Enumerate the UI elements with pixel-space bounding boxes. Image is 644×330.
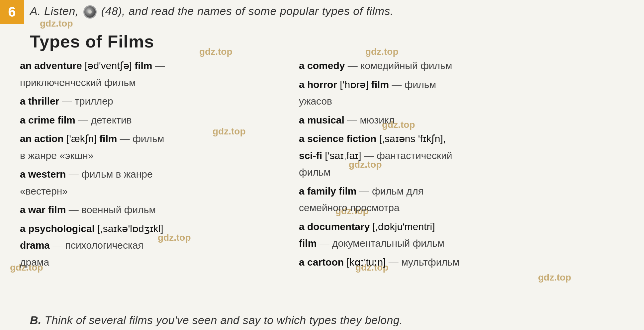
vocab-item-psych-line3: драма — [20, 255, 279, 270]
page: 6 A. Listen, (48), and read the names of… — [0, 0, 644, 330]
vocab-item-western-line2: «вестерн» — [20, 184, 279, 199]
comedy-dash: — — [345, 60, 357, 71]
horror-rus2: ужасов — [299, 96, 332, 107]
vocab-item-crime-line1: a crime film — детектив — [20, 113, 279, 128]
psych-rus2: драма — [20, 257, 49, 268]
thriller-dash: — — [59, 96, 72, 107]
vocab-item-comedy: a comedy — комедийный фильм — [299, 58, 637, 74]
action-transcription: ['ækʃn] — [64, 133, 97, 144]
vocab-item-crime: a crime film — детектив — [20, 113, 279, 128]
vocab-item-horror-line2: ужасов — [299, 94, 637, 109]
thriller-rus: триллер — [72, 96, 113, 107]
action-dash: — — [117, 133, 130, 144]
western-rus: фильм в жанре — [79, 169, 153, 180]
vocab-item-documentary: a documentary [ˌdɒkju'mentri] film — док… — [299, 219, 637, 251]
thriller-eng: a thriller — [20, 96, 59, 107]
exercise-number: 6 — [0, 0, 24, 24]
right-column: a comedy — комедийный фильм a horror ['h… — [279, 58, 637, 273]
horror-rus: фильм — [402, 79, 436, 90]
vocab-item-doc-line2: film — документальный фильм — [299, 236, 637, 251]
vocab-item-action: an action ['ækʃn] film — фильм в жанре «… — [20, 131, 279, 163]
crime-dash: — — [75, 115, 88, 125]
letter-b: B. — [30, 314, 42, 326]
crime-eng: a crime film — [20, 115, 75, 125]
adventure-transcription: [əd'ventʃə] — [82, 60, 132, 71]
crime-rus: детектив — [88, 115, 132, 125]
vocab-item-war: a war film — военный фильм — [20, 202, 279, 218]
adventure-film: film — [132, 60, 152, 71]
section-title: Types of Films — [30, 32, 154, 51]
vocab-item-family: a family film — фильм для семейного прос… — [299, 184, 637, 216]
horror-eng: a horror — [299, 79, 337, 90]
cartoon-eng: a cartoon — [299, 257, 344, 268]
vocab-item-musical: a musical — мюзикл — [299, 113, 637, 128]
cartoon-transcription: [kɑː'tuːn] — [344, 257, 386, 268]
doc-film: film — [299, 238, 317, 249]
adventure-rus: приключенческий фильм — [20, 77, 136, 88]
vocab-item-adventure-line1: an adventure [əd'ventʃə] film — — [20, 58, 279, 74]
vocab-item-scifi: a science fiction [ˌsaɪəns 'fɪkʃn], sci-… — [299, 131, 637, 180]
war-eng: a war film — [20, 204, 66, 215]
horror-transcription: ['hɒrə] — [337, 79, 368, 90]
psych-drama: drama — [20, 240, 50, 251]
disc-icon — [83, 5, 97, 19]
horror-film: film — [368, 79, 389, 90]
cartoon-dash: — — [386, 257, 398, 268]
psych-dash: — — [50, 240, 62, 251]
psych-rus: психологическая — [62, 240, 143, 251]
scifi-eng: a science fiction — [299, 133, 376, 144]
scifi-transcription: [ˌsaɪəns 'fɪkʃn], — [376, 133, 446, 144]
watermark-11: gdz.top — [538, 272, 571, 283]
adventure-dash: — — [152, 60, 165, 71]
footer-instruction: B. Think of several films you've seen an… — [30, 314, 637, 327]
western-eng: a western — [20, 169, 66, 180]
cartoon-rus: мультфильм — [399, 257, 459, 268]
war-rus: военный фильм — [79, 204, 156, 215]
vocab-item-psychological: a psychological [ˌsaɪkə'lɒdʒɪkl] drama —… — [20, 221, 279, 270]
comedy-rus: комедийный фильм — [358, 60, 452, 71]
doc-rus: документальный фильм — [329, 238, 444, 249]
vocab-item-war-line1: a war film — военный фильм — [20, 202, 279, 218]
vocab-item-thriller: a thriller — триллер — [20, 94, 279, 109]
war-dash: — — [66, 204, 78, 215]
scifi-rus: фантастический — [374, 150, 452, 161]
action-rus2: в жанре «экшн» — [20, 150, 94, 161]
vocab-item-adventure: an adventure [əd'ventʃə] film — приключе… — [20, 58, 279, 90]
vocab-item-family-line2: семейного просмотра — [299, 200, 637, 216]
vocab-item-horror: a horror ['hɒrə] film — фильм ужасов — [299, 77, 637, 109]
vocab-item-scifi-line1: a science fiction [ˌsaɪəns 'fɪkʃn], — [299, 131, 637, 147]
vocab-item-psych-line2: drama — психологическая — [20, 238, 279, 253]
psych-transcription: [ˌsaɪkə'lɒdʒɪkl] — [95, 223, 163, 234]
comedy-eng: a comedy — [299, 60, 345, 71]
vocab-item-comedy-line1: a comedy — комедийный фильм — [299, 58, 637, 74]
watermark-4: gdz.top — [365, 46, 399, 57]
musical-rus: мюзикл — [357, 115, 395, 125]
vocab-item-cartoon-line1: a cartoon [kɑː'tuːn] — мультфильм — [299, 255, 637, 270]
family-rus2: семейного просмотра — [299, 202, 400, 213]
family-eng: a family film — [299, 186, 356, 197]
vocab-item-musical-line1: a musical — мюзикл — [299, 113, 637, 128]
vocab-item-adventure-line2: приключенческий фильм — [20, 75, 279, 91]
action-rus: фильм — [130, 133, 164, 144]
vocab-item-western-line1: a western — фильм в жанре — [20, 167, 279, 182]
scifi-transcription2: ['saɪˌfaɪ] — [322, 150, 361, 161]
doc-transcription: [ˌdɒkju'mentri] — [370, 221, 435, 232]
content-area: an adventure [əd'ventʃə] film — приключе… — [20, 58, 637, 273]
vocab-item-action-line1: an action ['ækʃn] film — фильм — [20, 131, 279, 147]
left-column: an adventure [əd'ventʃə] film — приключе… — [20, 58, 279, 273]
vocab-item-family-line1: a family film — фильм для — [299, 184, 637, 199]
adventure-eng: an adventure — [20, 60, 82, 71]
vocab-item-scifi-line3: фильм — [299, 165, 637, 180]
psych-eng: a psychological — [20, 223, 95, 234]
doc-eng: a documentary — [299, 221, 370, 232]
vocab-item-cartoon: a cartoon [kɑː'tuːn] — мультфильм — [299, 255, 637, 270]
musical-eng: a musical — [299, 115, 344, 125]
vocab-item-doc-line1: a documentary [ˌdɒkju'mentri] — [299, 219, 637, 235]
vocab-item-western: a western — фильм в жанре «вестерн» — [20, 167, 279, 199]
vocab-item-thriller-line1: a thriller — триллер — [20, 94, 279, 109]
vocab-item-psych-line1: a psychological [ˌsaɪkə'lɒdʒɪkl] — [20, 221, 279, 237]
doc-dash: — — [317, 238, 329, 249]
family-rus: фильм для — [369, 186, 423, 197]
watermark-2: gdz.top — [199, 46, 232, 57]
action-film: film — [97, 133, 117, 144]
